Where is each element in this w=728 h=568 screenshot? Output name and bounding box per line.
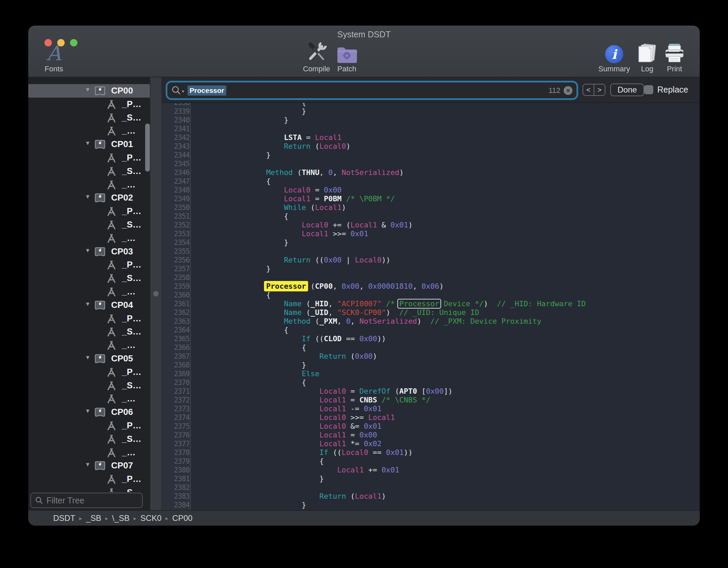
line-number: 2356 [162, 256, 190, 264]
line-number: 2360 [162, 291, 190, 299]
tree-row-method[interactable]: _P… [28, 365, 150, 379]
code-line: 2344 } [162, 151, 700, 159]
breadcrumb-item[interactable]: DSDT [53, 513, 75, 523]
tree-row-scope[interactable]: ▼CP03 [28, 245, 150, 258]
tree-row-method[interactable]: _S… [28, 218, 150, 232]
tree-row-method[interactable]: _P… [28, 312, 150, 325]
code-line: 2353 Local1 >>= 0x01 [162, 229, 700, 238]
tree-row-method[interactable]: _P… [28, 98, 150, 111]
line-number: 2377 [162, 439, 190, 448]
tree-row-method[interactable]: _S… [28, 165, 150, 178]
method-icon [106, 126, 117, 136]
disclosure-triangle-icon[interactable]: ▼ [85, 140, 91, 147]
tree-row-scope[interactable]: ▼CP05 [28, 352, 150, 365]
next-match-button[interactable]: > [594, 84, 605, 95]
method-icon [106, 273, 117, 283]
tree-row-method[interactable]: _… [28, 285, 150, 298]
previous-match-button[interactable]: < [583, 84, 594, 95]
line-number: 2361 [162, 299, 190, 308]
tree-row-method[interactable]: _… [28, 178, 150, 191]
tree-row-method[interactable]: _S… [28, 325, 150, 339]
line-number: 2381 [162, 474, 190, 483]
sidebar-scrollbar[interactable] [145, 123, 150, 172]
line-number: 2339 [162, 107, 190, 116]
breadcrumb-item[interactable]: \_SB [112, 513, 130, 523]
tree-row-method[interactable]: _… [28, 446, 150, 459]
code-line: 2373 Local1 -= 0x01 [162, 404, 700, 413]
tree-row-scope[interactable]: ▼CP00 [28, 84, 150, 98]
filter-placeholder: Filter Tree [46, 496, 85, 505]
tree-row-method[interactable]: _… [28, 124, 150, 138]
done-button[interactable]: Done [610, 83, 644, 96]
line-number: 2379 [162, 457, 190, 466]
disclosure-triangle-icon[interactable]: ▼ [85, 461, 91, 468]
find-nav-segment: < > [583, 84, 605, 96]
find-input[interactable]: ▾ Processor 112 × [167, 82, 576, 98]
search-menu-chevron-icon[interactable]: ▾ [182, 88, 184, 94]
replace-checkbox[interactable] [644, 85, 653, 94]
disclosure-triangle-icon[interactable]: ▼ [85, 86, 91, 93]
code-line: 2346 Method (THNU, 0, NotSerialized) [162, 168, 700, 177]
disclosure-triangle-icon[interactable]: ▼ [85, 193, 91, 200]
method-icon [106, 220, 117, 230]
line-number: 2366 [162, 343, 190, 352]
tree-row-method[interactable]: _S… [28, 111, 150, 125]
tree-row-label: _… [122, 233, 135, 243]
tree-row-method[interactable]: _P… [28, 419, 150, 432]
tree-row-scope[interactable]: ▼CP01 [28, 138, 150, 151]
disclosure-triangle-icon[interactable]: ▼ [85, 408, 91, 415]
toolbar-item-print[interactable]: Print [649, 39, 700, 73]
patch-icon [322, 39, 372, 63]
tree-row-method[interactable]: _S… [28, 272, 150, 285]
method-icon [106, 99, 117, 109]
disclosure-triangle-icon[interactable]: ▼ [85, 247, 91, 254]
tree-row-method[interactable]: _P… [28, 258, 150, 272]
code-scroll-area[interactable]: 2338 {2339 }2340 }23412342 LSTA = Local1… [162, 103, 700, 510]
code-line: 2360 { [162, 291, 700, 299]
tree-row-method[interactable]: _P… [28, 151, 150, 165]
line-number: 2380 [162, 466, 190, 474]
line-number: 2349 [162, 194, 190, 203]
method-icon [106, 233, 117, 243]
tree-row-method[interactable]: _S… [28, 432, 150, 446]
code-line: 2362 Name (_UID, "SCK0-CP00") // _UID: U… [162, 308, 700, 317]
code-line: 2372 Local1 = CNBS /* \CNBS */ [162, 396, 700, 404]
splitter-handle-icon [153, 291, 159, 296]
disclosure-triangle-icon[interactable]: ▼ [85, 354, 91, 361]
splitter[interactable] [150, 77, 162, 510]
tree-row-label: _P… [122, 152, 141, 163]
breadcrumb-item[interactable]: _SB [86, 513, 101, 523]
tree-row-method[interactable]: _… [28, 392, 150, 405]
tree-row-scope[interactable]: ▼CP07 [28, 459, 150, 472]
clear-search-icon[interactable]: × [564, 86, 572, 95]
find-bar: ▾ Processor 112 × < > Done Replace [162, 77, 700, 103]
code-line: 2382 [162, 483, 700, 492]
breadcrumb-item[interactable]: SCK0 [140, 513, 162, 523]
line-number: 2358 [162, 273, 190, 282]
code-line: 2356 Return ((0x00 | Local0)) [162, 256, 700, 264]
tree-row-scope[interactable]: ▼CP06 [28, 405, 150, 419]
tree-row-method[interactable]: _S… [28, 379, 150, 392]
replace-control: Replace [644, 85, 688, 95]
print-icon [649, 39, 700, 63]
tree-row-method[interactable]: _P… [28, 472, 150, 486]
toolbar-item-fonts[interactable]: A Fonts [29, 39, 79, 73]
tree-row-method[interactable]: _… [28, 232, 150, 245]
code-line: 2381 } [162, 474, 700, 483]
breadcrumb-item[interactable]: CP00 [172, 513, 193, 523]
tree-row-label: _S… [122, 219, 141, 230]
tree-row-method[interactable]: _P… [28, 205, 150, 218]
code-line: 2384 } [162, 501, 700, 509]
code-line: 2348 Local0 = 0x00 [162, 186, 700, 194]
disclosure-triangle-icon[interactable]: ▼ [85, 301, 91, 308]
code-line: 2374 Local0 >>= Local1 [162, 413, 700, 422]
tree-row-method[interactable]: _… [28, 339, 150, 352]
tree-row-scope[interactable]: ▼CP02 [28, 191, 150, 205]
code-line: 2357 } [162, 264, 700, 273]
method-icon [106, 421, 117, 431]
toolbar-item-patch[interactable]: Patch [322, 39, 372, 73]
code-line: 2379 { [162, 457, 700, 466]
tree-row-label: _P… [122, 474, 141, 484]
tree-row-scope[interactable]: ▼CP04 [28, 298, 150, 312]
filter-tree-input[interactable]: Filter Tree [30, 493, 143, 508]
